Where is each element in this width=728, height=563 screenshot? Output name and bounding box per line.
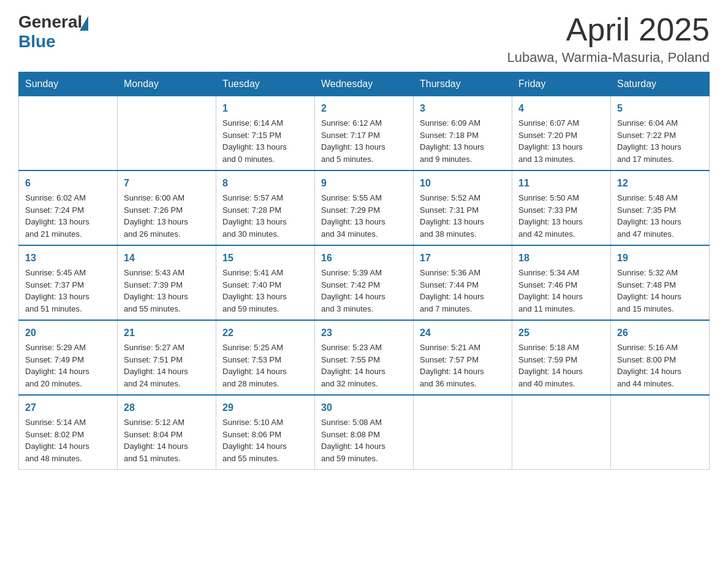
day-of-week-header: Friday bbox=[512, 72, 611, 96]
calendar-cell: 4Sunrise: 6:07 AM Sunset: 7:20 PM Daylig… bbox=[512, 96, 611, 171]
day-info: Sunrise: 5:36 AM Sunset: 7:44 PM Dayligh… bbox=[420, 267, 506, 315]
calendar-cell: 19Sunrise: 5:32 AM Sunset: 7:48 PM Dayli… bbox=[611, 245, 710, 320]
calendar-cell: 26Sunrise: 5:16 AM Sunset: 8:00 PM Dayli… bbox=[611, 320, 710, 395]
day-info: Sunrise: 5:41 AM Sunset: 7:40 PM Dayligh… bbox=[222, 267, 308, 315]
calendar-cell: 10Sunrise: 5:52 AM Sunset: 7:31 PM Dayli… bbox=[414, 170, 512, 245]
calendar-cell: 13Sunrise: 5:45 AM Sunset: 7:37 PM Dayli… bbox=[19, 245, 118, 320]
day-info: Sunrise: 5:27 AM Sunset: 7:51 PM Dayligh… bbox=[124, 342, 210, 389]
day-info: Sunrise: 5:43 AM Sunset: 7:39 PM Dayligh… bbox=[124, 267, 210, 315]
day-info: Sunrise: 6:00 AM Sunset: 7:26 PM Dayligh… bbox=[124, 192, 210, 240]
calendar-week-row: 6Sunrise: 6:02 AM Sunset: 7:24 PM Daylig… bbox=[19, 170, 710, 245]
day-info: Sunrise: 5:34 AM Sunset: 7:46 PM Dayligh… bbox=[518, 267, 604, 315]
day-info: Sunrise: 6:02 AM Sunset: 7:24 PM Dayligh… bbox=[25, 192, 111, 240]
calendar-cell: 21Sunrise: 5:27 AM Sunset: 7:51 PM Dayli… bbox=[118, 320, 216, 395]
day-info: Sunrise: 5:39 AM Sunset: 7:42 PM Dayligh… bbox=[321, 267, 407, 315]
calendar-cell bbox=[118, 96, 216, 171]
day-number: 23 bbox=[321, 326, 407, 340]
day-number: 13 bbox=[25, 251, 111, 266]
logo-blue-text: Blue bbox=[18, 32, 56, 52]
day-info: Sunrise: 5:10 AM Sunset: 8:06 PM Dayligh… bbox=[222, 416, 308, 464]
day-of-week-header: Thursday bbox=[414, 72, 512, 96]
subtitle: Lubawa, Warmia-Masuria, Poland bbox=[507, 50, 710, 66]
day-info: Sunrise: 5:50 AM Sunset: 7:33 PM Dayligh… bbox=[518, 192, 604, 240]
calendar-cell: 15Sunrise: 5:41 AM Sunset: 7:40 PM Dayli… bbox=[216, 245, 315, 320]
day-number: 21 bbox=[124, 326, 210, 340]
days-of-week-row: SundayMondayTuesdayWednesdayThursdayFrid… bbox=[19, 72, 710, 96]
calendar-cell: 8Sunrise: 5:57 AM Sunset: 7:28 PM Daylig… bbox=[216, 170, 315, 245]
logo: General Blue bbox=[18, 12, 88, 52]
day-of-week-header: Monday bbox=[118, 72, 216, 96]
calendar-cell: 3Sunrise: 6:09 AM Sunset: 7:18 PM Daylig… bbox=[414, 96, 512, 171]
day-number: 30 bbox=[321, 400, 407, 415]
calendar-cell: 11Sunrise: 5:50 AM Sunset: 7:33 PM Dayli… bbox=[512, 170, 611, 245]
calendar-week-row: 1Sunrise: 6:14 AM Sunset: 7:15 PM Daylig… bbox=[19, 96, 710, 171]
day-number: 9 bbox=[321, 176, 407, 191]
calendar-body: 1Sunrise: 6:14 AM Sunset: 7:15 PM Daylig… bbox=[19, 96, 710, 470]
calendar-cell bbox=[611, 395, 710, 470]
day-number: 5 bbox=[617, 101, 703, 116]
calendar-week-row: 27Sunrise: 5:14 AM Sunset: 8:02 PM Dayli… bbox=[19, 395, 710, 470]
day-number: 2 bbox=[321, 101, 407, 116]
day-info: Sunrise: 5:21 AM Sunset: 7:57 PM Dayligh… bbox=[420, 342, 506, 389]
header: General Blue April 2025 Lubawa, Warmia-M… bbox=[18, 12, 710, 66]
day-number: 14 bbox=[124, 251, 210, 266]
day-info: Sunrise: 5:14 AM Sunset: 8:02 PM Dayligh… bbox=[25, 416, 111, 464]
day-number: 19 bbox=[617, 251, 703, 266]
day-number: 28 bbox=[124, 400, 210, 415]
calendar-cell: 7Sunrise: 6:00 AM Sunset: 7:26 PM Daylig… bbox=[118, 170, 216, 245]
page-title: April 2025 bbox=[507, 12, 710, 47]
calendar-cell: 1Sunrise: 6:14 AM Sunset: 7:15 PM Daylig… bbox=[216, 96, 315, 171]
calendar-cell: 24Sunrise: 5:21 AM Sunset: 7:57 PM Dayli… bbox=[414, 320, 512, 395]
day-number: 24 bbox=[420, 326, 506, 340]
calendar-week-row: 13Sunrise: 5:45 AM Sunset: 7:37 PM Dayli… bbox=[19, 245, 710, 320]
calendar-cell: 22Sunrise: 5:25 AM Sunset: 7:53 PM Dayli… bbox=[216, 320, 315, 395]
logo-general-text: General bbox=[18, 12, 82, 32]
day-info: Sunrise: 5:45 AM Sunset: 7:37 PM Dayligh… bbox=[25, 267, 111, 315]
day-info: Sunrise: 6:12 AM Sunset: 7:17 PM Dayligh… bbox=[321, 117, 407, 165]
calendar-cell: 12Sunrise: 5:48 AM Sunset: 7:35 PM Dayli… bbox=[611, 170, 710, 245]
day-info: Sunrise: 5:08 AM Sunset: 8:08 PM Dayligh… bbox=[321, 416, 407, 464]
day-number: 8 bbox=[222, 176, 308, 191]
day-info: Sunrise: 6:04 AM Sunset: 7:22 PM Dayligh… bbox=[617, 117, 703, 165]
day-number: 18 bbox=[518, 251, 604, 266]
calendar-week-row: 20Sunrise: 5:29 AM Sunset: 7:49 PM Dayli… bbox=[19, 320, 710, 395]
day-info: Sunrise: 5:18 AM Sunset: 7:59 PM Dayligh… bbox=[518, 342, 604, 389]
calendar-cell: 14Sunrise: 5:43 AM Sunset: 7:39 PM Dayli… bbox=[118, 245, 216, 320]
calendar-cell: 20Sunrise: 5:29 AM Sunset: 7:49 PM Dayli… bbox=[19, 320, 118, 395]
day-number: 26 bbox=[617, 326, 703, 340]
day-info: Sunrise: 5:32 AM Sunset: 7:48 PM Dayligh… bbox=[617, 267, 703, 315]
day-info: Sunrise: 5:12 AM Sunset: 8:04 PM Dayligh… bbox=[124, 416, 210, 464]
day-of-week-header: Wednesday bbox=[315, 72, 414, 96]
day-number: 27 bbox=[25, 400, 111, 415]
day-number: 15 bbox=[222, 251, 308, 266]
calendar-cell: 5Sunrise: 6:04 AM Sunset: 7:22 PM Daylig… bbox=[611, 96, 710, 171]
day-info: Sunrise: 5:52 AM Sunset: 7:31 PM Dayligh… bbox=[420, 192, 506, 240]
calendar-header: SundayMondayTuesdayWednesdayThursdayFrid… bbox=[19, 72, 710, 96]
day-info: Sunrise: 5:55 AM Sunset: 7:29 PM Dayligh… bbox=[321, 192, 407, 240]
day-number: 16 bbox=[321, 251, 407, 266]
day-number: 7 bbox=[124, 176, 210, 191]
day-of-week-header: Sunday bbox=[19, 72, 118, 96]
day-info: Sunrise: 5:16 AM Sunset: 8:00 PM Dayligh… bbox=[617, 342, 703, 389]
day-number: 6 bbox=[25, 176, 111, 191]
logo-triangle-icon bbox=[80, 16, 88, 31]
calendar-cell: 17Sunrise: 5:36 AM Sunset: 7:44 PM Dayli… bbox=[414, 245, 512, 320]
day-number: 11 bbox=[518, 176, 604, 191]
calendar-cell: 18Sunrise: 5:34 AM Sunset: 7:46 PM Dayli… bbox=[512, 245, 611, 320]
day-number: 12 bbox=[617, 176, 703, 191]
day-info: Sunrise: 5:29 AM Sunset: 7:49 PM Dayligh… bbox=[25, 342, 111, 389]
calendar-cell: 23Sunrise: 5:23 AM Sunset: 7:55 PM Dayli… bbox=[315, 320, 414, 395]
calendar-cell: 16Sunrise: 5:39 AM Sunset: 7:42 PM Dayli… bbox=[315, 245, 414, 320]
calendar-cell: 27Sunrise: 5:14 AM Sunset: 8:02 PM Dayli… bbox=[19, 395, 118, 470]
day-number: 25 bbox=[518, 326, 604, 340]
calendar-table: SundayMondayTuesdayWednesdayThursdayFrid… bbox=[18, 72, 710, 470]
calendar-cell: 6Sunrise: 6:02 AM Sunset: 7:24 PM Daylig… bbox=[19, 170, 118, 245]
calendar-cell: 9Sunrise: 5:55 AM Sunset: 7:29 PM Daylig… bbox=[315, 170, 414, 245]
calendar-cell: 29Sunrise: 5:10 AM Sunset: 8:06 PM Dayli… bbox=[216, 395, 315, 470]
calendar-cell: 25Sunrise: 5:18 AM Sunset: 7:59 PM Dayli… bbox=[512, 320, 611, 395]
day-number: 29 bbox=[222, 400, 308, 415]
calendar-cell: 2Sunrise: 6:12 AM Sunset: 7:17 PM Daylig… bbox=[315, 96, 414, 171]
day-info: Sunrise: 6:09 AM Sunset: 7:18 PM Dayligh… bbox=[420, 117, 506, 165]
day-of-week-header: Saturday bbox=[611, 72, 710, 96]
calendar-cell bbox=[414, 395, 512, 470]
